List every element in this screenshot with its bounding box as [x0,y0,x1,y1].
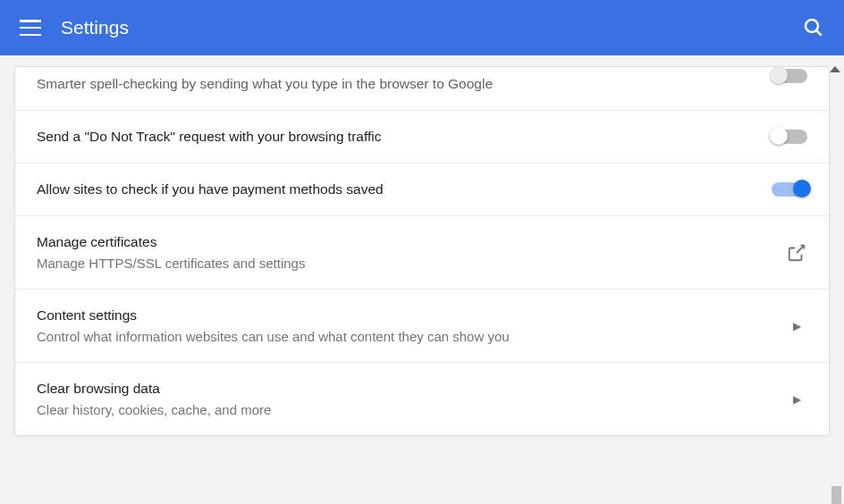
row-clear-browsing-data[interactable]: Clear browsing data Clear history, cooki… [15,363,829,435]
app-header: Settings [0,0,844,55]
row-certs-title: Manage certificates [37,234,786,250]
row-content-subtitle: Control what information websites can us… [37,329,786,344]
row-spellcheck-subtitle: Smarter spell-checking by sending what y… [37,76,772,92]
row-content-title: Content settings [37,307,786,323]
row-certs-subtitle: Manage HTTPS/SSL certificates and settin… [37,256,786,271]
scroll-up-arrow-icon[interactable] [830,66,840,72]
scrollbar-thumb[interactable] [831,486,841,504]
row-clear-title: Clear browsing data [37,381,786,397]
svg-line-1 [816,30,821,35]
toggle-spellcheck[interactable] [772,69,807,83]
page-title: Settings [61,17,129,38]
settings-panel: Smarter spell-checking by sending what y… [14,66,830,436]
row-do-not-track[interactable]: Send a "Do Not Track" request with your … [15,111,829,164]
row-clear-subtitle: Clear history, cookies, cache, and more [37,402,786,417]
row-payment-methods[interactable]: Allow sites to check if you have payment… [15,164,829,216]
chevron-right-icon: ▶ [786,315,807,337]
row-payment-title: Allow sites to check if you have payment… [37,181,772,197]
row-dnt-title: Send a "Do Not Track" request with your … [37,129,772,145]
row-spellcheck[interactable]: Smarter spell-checking by sending what y… [15,67,829,111]
open-external-icon [786,242,807,264]
row-manage-certificates[interactable]: Manage certificates Manage HTTPS/SSL cer… [15,216,829,290]
toggle-do-not-track[interactable] [772,130,807,144]
chevron-right-icon: ▶ [786,389,807,410]
row-content-settings[interactable]: Content settings Control what informatio… [15,290,829,363]
toggle-payment-methods[interactable] [772,182,807,197]
search-icon[interactable] [803,17,824,38]
menu-icon[interactable] [20,17,41,38]
